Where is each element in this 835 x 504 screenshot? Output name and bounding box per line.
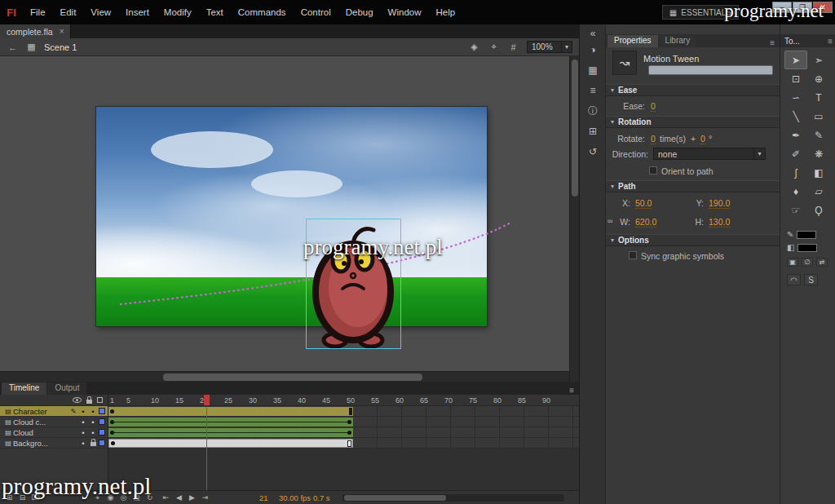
pencil-tool[interactable]: ✎ [807, 126, 830, 144]
document-tab-close-icon[interactable]: × [60, 27, 64, 36]
rotate-angle-value[interactable]: 0 [700, 134, 705, 144]
properties-panel-menu-icon[interactable]: ≡ [770, 38, 775, 47]
align-panel-icon[interactable]: ≡ [584, 82, 602, 99]
deco-tool[interactable]: ❋ [807, 144, 830, 163]
zoom-select[interactable]: 100% ▾ [527, 41, 572, 53]
frame-ruler[interactable]: 1 5 10 15 20 25 30 35 40 45 50 55 60 65 … [108, 395, 579, 406]
orient-to-path-checkbox[interactable] [649, 166, 657, 175]
menu-view[interactable]: View [83, 0, 118, 24]
minimize-button[interactable]: – [772, 2, 792, 13]
menu-help[interactable]: Help [429, 0, 463, 24]
menu-file[interactable]: File [23, 0, 53, 24]
edit-multiple-frames-button[interactable]: ▥ [130, 493, 143, 503]
tween-name-field[interactable] [648, 65, 773, 75]
close-button[interactable]: ✕ [813, 2, 833, 13]
eraser-tool[interactable]: ▱ [807, 182, 830, 201]
section-header-ease[interactable]: ▾ Ease [606, 84, 780, 96]
classic-tween-span[interactable] [108, 428, 353, 437]
frames-empty-area[interactable] [108, 449, 579, 490]
center-stage-icon[interactable]: ⌖ [488, 42, 500, 52]
bone-tool[interactable]: ʃ [784, 163, 807, 182]
frame-row-cloud-c[interactable] [108, 417, 579, 427]
frame-row-cloud[interactable] [108, 427, 579, 438]
back-arrow-icon[interactable]: ← [7, 42, 19, 52]
lasso-tool[interactable]: ∽ [784, 88, 807, 107]
free-transform-tool[interactable]: ⊡ [784, 69, 807, 88]
layer-name[interactable]: Cloud [13, 428, 78, 437]
document-tab[interactable]: complete.fla × [0, 24, 71, 38]
edit-symbols-icon[interactable]: ◈ [468, 42, 480, 52]
menu-window[interactable]: Window [381, 0, 429, 24]
menu-debug[interactable]: Debug [338, 0, 381, 24]
lock-column-icon[interactable] [86, 400, 92, 404]
layer-visibility-dot[interactable] [78, 439, 88, 448]
stage-vertical-scrollbar-thumb[interactable] [572, 60, 578, 197]
onion-skin-button[interactable]: ◉ [104, 493, 117, 503]
classic-tween-span[interactable] [108, 418, 353, 427]
menu-text[interactable]: Text [199, 0, 231, 24]
tab-output[interactable]: Output [47, 382, 86, 395]
grid-icon[interactable]: # [507, 42, 519, 52]
pen-tool[interactable]: ✒ [784, 126, 807, 144]
layer-lock-dot[interactable] [88, 418, 98, 427]
layer-name[interactable]: Character [13, 407, 68, 416]
maximize-button[interactable]: ❐ [793, 2, 812, 13]
menu-commands[interactable]: Commands [231, 0, 294, 24]
layer-row-character[interactable]: ▤ Character ✎ [0, 406, 108, 417]
ease-value[interactable]: 0 [651, 101, 656, 112]
elapsed-time-value[interactable]: 0.7 s [313, 493, 330, 502]
static-frame-span[interactable] [108, 439, 353, 448]
dropdown-arrow-icon[interactable]: ▾ [753, 148, 765, 159]
outline-column-icon[interactable] [97, 397, 103, 403]
layer-name[interactable]: Cloud c... [13, 418, 78, 427]
line-tool[interactable]: ╲ [784, 107, 807, 126]
menu-insert[interactable]: Insert [118, 0, 157, 24]
center-frame-button[interactable]: ⌖ [91, 493, 104, 503]
go-to-last-frame-button[interactable]: ⇥ [199, 493, 211, 503]
w-value[interactable]: 620.0 [635, 217, 656, 228]
workspace-switcher[interactable]: ▦ ESSENTIALS [662, 5, 739, 20]
character-symbol[interactable] [307, 220, 400, 348]
new-folder-button[interactable]: ⊟ [16, 493, 29, 503]
info-panel-icon[interactable]: ⓘ [584, 102, 602, 120]
layer-outline-color[interactable] [99, 440, 105, 446]
swatches-panel-icon[interactable]: ▦ [584, 61, 602, 79]
ground-shape[interactable] [96, 277, 487, 326]
hand-tool[interactable]: ☞ [784, 201, 807, 219]
frame-rate-value[interactable]: 30.00 fps [279, 493, 311, 502]
layer-locked-icon[interactable] [88, 440, 98, 446]
cloud-ellipse-1[interactable] [151, 131, 273, 168]
layer-visibility-dot[interactable] [78, 428, 88, 437]
tab-library[interactable]: Library [659, 35, 697, 47]
stage-horizontal-scrollbar-thumb[interactable] [163, 374, 422, 381]
menu-control[interactable]: Control [294, 0, 338, 24]
layer-visibility-dot[interactable] [78, 407, 88, 416]
onion-skin-outlines-button[interactable]: ◎ [117, 493, 130, 503]
eyedropper-tool[interactable]: ♦ [784, 182, 807, 201]
playhead-marker[interactable] [204, 395, 210, 405]
selection-tool[interactable]: ➤ [784, 51, 807, 69]
zoom-tool[interactable]: Ϙ [807, 201, 830, 219]
smoothing-option-button[interactable]: S [804, 274, 818, 285]
timeline-horizontal-scrollbar[interactable] [342, 494, 564, 502]
transform-panel-icon[interactable]: ⊞ [584, 122, 602, 140]
stage-horizontal-scrollbar[interactable] [0, 371, 569, 382]
default-colors-button[interactable]: ▣ [787, 258, 798, 267]
motion-tween-span[interactable] [108, 407, 353, 416]
x-value[interactable]: 50.0 [635, 198, 652, 209]
layer-name[interactable]: Backgro... [13, 439, 78, 448]
stage-canvas[interactable] [96, 107, 487, 326]
layer-outline-color[interactable] [99, 429, 105, 435]
history-panel-icon[interactable]: ↺ [584, 143, 602, 161]
section-header-options[interactable]: ▾ Options [606, 234, 780, 246]
swap-colors-button[interactable]: ⇄ [816, 258, 828, 267]
zoom-dropdown-icon[interactable]: ▾ [561, 42, 572, 52]
stroke-color-swatch[interactable] [797, 231, 816, 239]
layer-outline-color[interactable] [99, 418, 105, 425]
layer-outline-color[interactable] [99, 408, 105, 414]
snap-to-objects-button[interactable]: ◠ [787, 274, 801, 285]
text-tool[interactable]: T [807, 88, 830, 107]
tab-timeline[interactable]: Timeline [2, 382, 46, 395]
frame-row-character[interactable] [108, 406, 579, 417]
fill-color-swatch[interactable] [797, 244, 817, 252]
